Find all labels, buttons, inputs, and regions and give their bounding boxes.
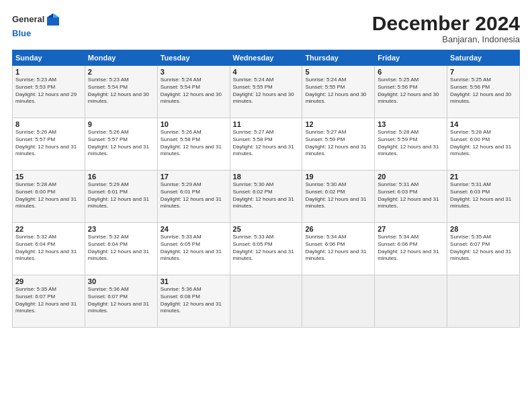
- logo-icon: [46, 12, 60, 27]
- calendar-cell: 19 Sunrise: 5:30 AMSunset: 6:02 PMDaylig…: [302, 171, 375, 223]
- calendar-cell: 31 Sunrise: 5:36 AMSunset: 6:08 PMDaylig…: [157, 275, 230, 328]
- location: Banjaran, Indonesia: [372, 34, 520, 44]
- day-number: 6: [378, 68, 444, 76]
- day-number: 20: [378, 173, 444, 181]
- calendar-cell: 15 Sunrise: 5:28 AMSunset: 6:00 PMDaylig…: [13, 171, 85, 223]
- calendar-cell: 24 Sunrise: 5:33 AMSunset: 6:05 PMDaylig…: [157, 223, 230, 275]
- calendar-cell: 6 Sunrise: 5:25 AMSunset: 5:56 PMDayligh…: [375, 66, 447, 118]
- week-row-3: 15 Sunrise: 5:28 AMSunset: 6:00 PMDaylig…: [13, 171, 520, 223]
- week-row-4: 22 Sunrise: 5:32 AMSunset: 6:04 PMDaylig…: [13, 223, 520, 275]
- day-number: 31: [161, 277, 227, 285]
- cell-content: Sunrise: 5:29 AMSunset: 6:01 PMDaylight:…: [88, 181, 154, 210]
- day-number: 12: [305, 120, 371, 128]
- svg-marker-1: [53, 13, 59, 17]
- day-number: 21: [450, 173, 517, 181]
- calendar-cell: 10 Sunrise: 5:26 AMSunset: 5:58 PMDaylig…: [157, 118, 230, 171]
- calendar-cell: 27 Sunrise: 5:34 AMSunset: 6:06 PMDaylig…: [375, 223, 447, 275]
- cell-content: Sunrise: 5:32 AMSunset: 6:04 PMDaylight:…: [15, 234, 82, 263]
- day-number: 10: [161, 120, 227, 128]
- cell-content: Sunrise: 5:25 AMSunset: 5:56 PMDaylight:…: [378, 77, 444, 105]
- calendar-cell: 17 Sunrise: 5:29 AMSunset: 6:01 PMDaylig…: [157, 171, 230, 223]
- day-header-friday: Friday: [375, 50, 447, 66]
- day-number: 18: [233, 173, 300, 181]
- page: General Blue December 2024 Banjaran, Ind…: [0, 0, 532, 411]
- calendar-cell: 22 Sunrise: 5:32 AMSunset: 6:04 PMDaylig…: [13, 223, 85, 275]
- day-number: 23: [88, 225, 154, 233]
- day-number: 7: [450, 68, 517, 76]
- calendar-cell: 28 Sunrise: 5:35 AMSunset: 6:07 PMDaylig…: [447, 223, 520, 275]
- header-row: SundayMondayTuesdayWednesdayThursdayFrid…: [13, 50, 520, 66]
- calendar-cell: 8 Sunrise: 5:26 AMSunset: 5:57 PMDayligh…: [13, 118, 85, 171]
- day-header-saturday: Saturday: [447, 50, 520, 66]
- day-header-wednesday: Wednesday: [230, 50, 302, 66]
- calendar-cell: 23 Sunrise: 5:32 AMSunset: 6:04 PMDaylig…: [85, 223, 157, 275]
- calendar-cell: 21 Sunrise: 5:31 AMSunset: 6:03 PMDaylig…: [447, 171, 520, 223]
- cell-content: Sunrise: 5:31 AMSunset: 6:03 PMDaylight:…: [378, 181, 444, 210]
- day-number: 15: [15, 173, 82, 181]
- calendar-cell: 13 Sunrise: 5:28 AMSunset: 5:59 PMDaylig…: [375, 118, 447, 171]
- day-number: 16: [88, 173, 154, 181]
- day-number: 25: [233, 225, 300, 233]
- day-header-sunday: Sunday: [13, 50, 85, 66]
- cell-content: Sunrise: 5:34 AMSunset: 6:06 PMDaylight:…: [305, 234, 371, 263]
- day-number: 30: [88, 277, 154, 285]
- week-row-2: 8 Sunrise: 5:26 AMSunset: 5:57 PMDayligh…: [13, 118, 520, 171]
- svg-marker-2: [47, 13, 53, 17]
- cell-content: Sunrise: 5:24 AMSunset: 5:55 PMDaylight:…: [305, 77, 371, 105]
- day-number: 24: [161, 225, 227, 233]
- calendar-header: SundayMondayTuesdayWednesdayThursdayFrid…: [13, 50, 520, 66]
- day-number: 1: [15, 68, 82, 76]
- day-header-monday: Monday: [85, 50, 157, 66]
- calendar-cell: 26 Sunrise: 5:34 AMSunset: 6:06 PMDaylig…: [302, 223, 375, 275]
- cell-content: Sunrise: 5:28 AMSunset: 6:00 PMDaylight:…: [15, 181, 82, 210]
- title-area: December 2024 Banjaran, Indonesia: [372, 12, 520, 44]
- cell-content: Sunrise: 5:35 AMSunset: 6:07 PMDaylight:…: [15, 286, 82, 315]
- cell-content: Sunrise: 5:24 AMSunset: 5:54 PMDaylight:…: [161, 77, 227, 105]
- cell-content: Sunrise: 5:36 AMSunset: 6:08 PMDaylight:…: [161, 286, 227, 315]
- cell-content: Sunrise: 5:25 AMSunset: 5:56 PMDaylight:…: [450, 77, 517, 105]
- day-number: 5: [305, 68, 371, 76]
- cell-content: Sunrise: 5:35 AMSunset: 6:07 PMDaylight:…: [450, 234, 517, 263]
- day-number: 2: [88, 68, 154, 76]
- cell-content: Sunrise: 5:36 AMSunset: 6:07 PMDaylight:…: [88, 286, 154, 315]
- week-row-5: 29 Sunrise: 5:35 AMSunset: 6:07 PMDaylig…: [13, 275, 520, 328]
- logo-blue-text: Blue: [12, 28, 31, 38]
- day-number: 22: [15, 225, 82, 233]
- calendar-cell: 7 Sunrise: 5:25 AMSunset: 5:56 PMDayligh…: [447, 66, 520, 118]
- cell-content: Sunrise: 5:24 AMSunset: 5:55 PMDaylight:…: [233, 77, 300, 105]
- cell-content: Sunrise: 5:28 AMSunset: 6:00 PMDaylight:…: [450, 129, 517, 158]
- calendar-cell: 5 Sunrise: 5:24 AMSunset: 5:55 PMDayligh…: [302, 66, 375, 118]
- day-number: 17: [161, 173, 227, 181]
- cell-content: Sunrise: 5:26 AMSunset: 5:57 PMDaylight:…: [88, 129, 154, 158]
- calendar-cell: 25 Sunrise: 5:33 AMSunset: 6:05 PMDaylig…: [230, 223, 302, 275]
- calendar-cell: 20 Sunrise: 5:31 AMSunset: 6:03 PMDaylig…: [375, 171, 447, 223]
- calendar-cell: 18 Sunrise: 5:30 AMSunset: 6:02 PMDaylig…: [230, 171, 302, 223]
- day-number: 3: [161, 68, 227, 76]
- cell-content: Sunrise: 5:31 AMSunset: 6:03 PMDaylight:…: [450, 181, 517, 210]
- calendar-cell: 12 Sunrise: 5:27 AMSunset: 5:59 PMDaylig…: [302, 118, 375, 171]
- cell-content: Sunrise: 5:26 AMSunset: 5:57 PMDaylight:…: [15, 129, 82, 158]
- cell-content: Sunrise: 5:26 AMSunset: 5:58 PMDaylight:…: [161, 129, 227, 158]
- day-number: 27: [378, 225, 444, 233]
- calendar-cell: [302, 275, 375, 328]
- cell-content: Sunrise: 5:33 AMSunset: 6:05 PMDaylight:…: [233, 234, 300, 263]
- day-header-thursday: Thursday: [302, 50, 375, 66]
- logo-general-text: General: [12, 15, 44, 24]
- calendar-cell: 11 Sunrise: 5:27 AMSunset: 5:58 PMDaylig…: [230, 118, 302, 171]
- calendar-cell: 29 Sunrise: 5:35 AMSunset: 6:07 PMDaylig…: [13, 275, 85, 328]
- calendar-cell: 14 Sunrise: 5:28 AMSunset: 6:00 PMDaylig…: [447, 118, 520, 171]
- calendar-cell: [230, 275, 302, 328]
- calendar-cell: 4 Sunrise: 5:24 AMSunset: 5:55 PMDayligh…: [230, 66, 302, 118]
- cell-content: Sunrise: 5:32 AMSunset: 6:04 PMDaylight:…: [88, 234, 154, 263]
- cell-content: Sunrise: 5:27 AMSunset: 5:59 PMDaylight:…: [305, 129, 371, 158]
- day-number: 11: [233, 120, 300, 128]
- calendar-cell: [447, 275, 520, 328]
- day-number: 28: [450, 225, 517, 233]
- calendar-cell: [375, 275, 447, 328]
- cell-content: Sunrise: 5:34 AMSunset: 6:06 PMDaylight:…: [378, 234, 444, 263]
- day-header-tuesday: Tuesday: [157, 50, 230, 66]
- cell-content: Sunrise: 5:23 AMSunset: 5:53 PMDaylight:…: [15, 77, 82, 105]
- calendar: SundayMondayTuesdayWednesdayThursdayFrid…: [12, 50, 520, 328]
- day-number: 26: [305, 225, 371, 233]
- header: General Blue December 2024 Banjaran, Ind…: [12, 12, 520, 44]
